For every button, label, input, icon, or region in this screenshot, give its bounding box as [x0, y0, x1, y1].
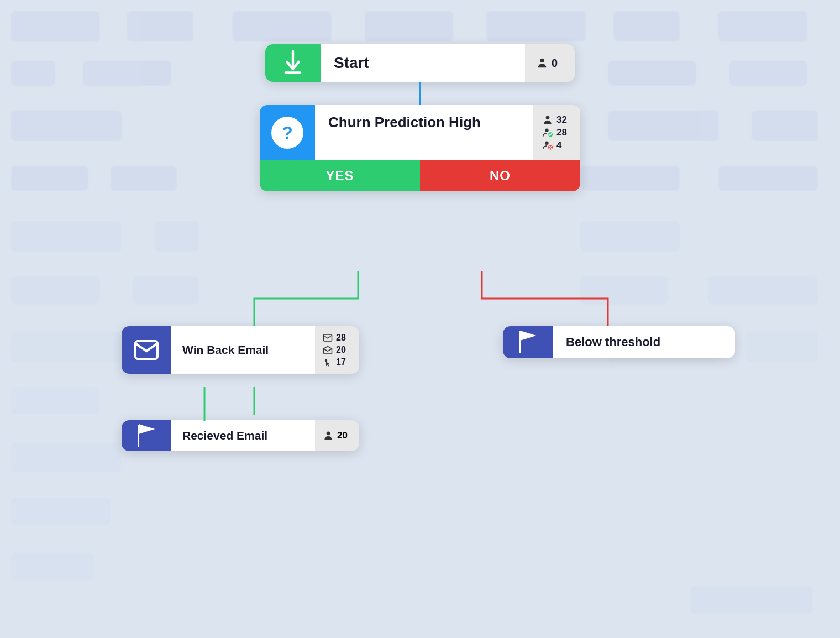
- received-body: Recieved Email: [171, 420, 315, 451]
- received-label: Recieved Email: [182, 429, 267, 442]
- start-icon-bg: [265, 44, 321, 82]
- svg-point-3: [540, 59, 544, 62]
- win-back-stats: 28 20 17: [315, 326, 359, 374]
- flag-icon-received: [133, 422, 160, 449]
- yes-no-row: YES NO: [260, 160, 580, 191]
- winback-stat-2: 20: [323, 345, 351, 355]
- churn-node: ? Churn Prediction High 32: [260, 105, 580, 191]
- click-icon: [323, 357, 333, 367]
- email-sent-icon: [323, 333, 333, 343]
- person-icon-churn: [542, 114, 553, 125]
- winback-stat-1: 28: [323, 333, 351, 343]
- no-button[interactable]: NO: [420, 160, 580, 191]
- below-threshold-node: Below threshold: [503, 326, 735, 358]
- svg-point-5: [545, 129, 549, 133]
- start-node: Start 0: [265, 44, 575, 82]
- churn-body: Churn Prediction High: [315, 105, 533, 160]
- win-back-label: Win Back Email: [182, 343, 269, 357]
- check-person-icon: [542, 127, 553, 138]
- churn-icon-bg: ?: [260, 105, 315, 160]
- x-person-icon: [542, 140, 553, 151]
- flag-icon-below: [514, 329, 541, 355]
- connector-start-churn: [419, 82, 421, 105]
- svg-point-7: [545, 142, 549, 145]
- received-stats: 20: [315, 420, 359, 451]
- start-stat-persons: 0: [536, 57, 558, 70]
- svg-point-12: [327, 432, 330, 436]
- start-stats: 0: [525, 44, 575, 82]
- winback-stat-3: 17: [323, 357, 351, 367]
- below-body: Below threshold: [553, 326, 735, 358]
- churn-stat-2: 28: [542, 127, 571, 138]
- yes-button[interactable]: YES: [260, 160, 420, 191]
- start-label: Start: [334, 54, 369, 72]
- start-body: Start: [321, 44, 525, 82]
- churn-stat-1: 32: [542, 114, 571, 125]
- churn-label: Churn Prediction High: [328, 114, 481, 130]
- win-back-body: Win Back Email: [171, 326, 315, 374]
- email-open-icon: [323, 345, 333, 355]
- person-icon-received: [323, 430, 334, 441]
- win-back-email-node: Win Back Email 28 20 17: [122, 326, 359, 374]
- received-icon-bg: [122, 420, 171, 451]
- svg-rect-2: [285, 71, 301, 74]
- question-icon: ?: [271, 117, 303, 149]
- below-icon-bg: [503, 326, 553, 358]
- below-label: Below threshold: [566, 335, 660, 349]
- svg-point-11: [325, 359, 328, 362]
- churn-stat-3: 4: [542, 140, 571, 151]
- download-icon: [279, 49, 307, 77]
- svg-point-4: [546, 116, 550, 120]
- churn-top: ? Churn Prediction High 32: [260, 105, 580, 160]
- churn-stats: 32 28: [533, 105, 580, 160]
- person-icon: [536, 57, 548, 69]
- connector-winback-received: [193, 387, 216, 423]
- envelope-icon: [133, 337, 160, 363]
- email-icon-bg: [122, 326, 171, 374]
- received-email-node: Recieved Email 20: [122, 420, 359, 451]
